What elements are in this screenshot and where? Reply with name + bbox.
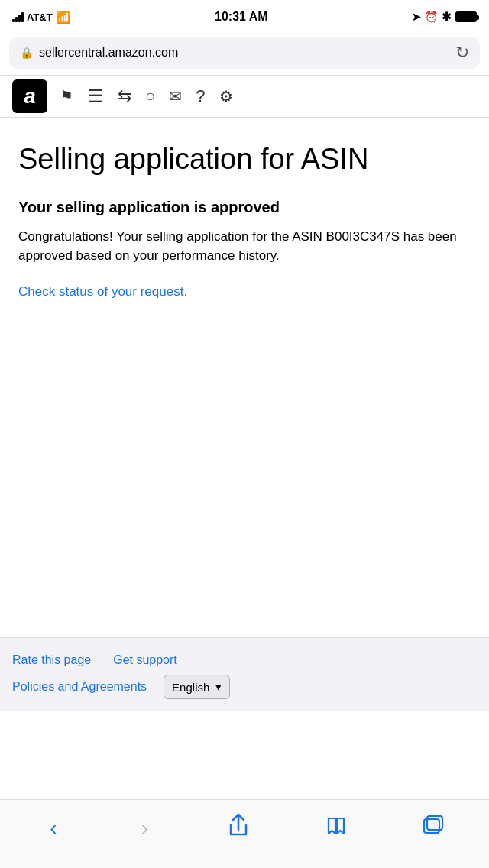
signal-bar-1	[12, 19, 15, 22]
bookmarks-button[interactable]	[319, 808, 354, 848]
footer-links-row2: Policies and Agreements English ▾	[12, 675, 477, 699]
url-bar[interactable]: 🔒 sellercentral.amazon.com ↻	[9, 37, 480, 69]
signal-bar-3	[18, 15, 21, 22]
arrows-icon[interactable]: ⇆	[118, 86, 131, 106]
amazon-letter: a	[24, 84, 36, 108]
footer-divider-1	[102, 653, 102, 667]
chevron-down-icon: ▾	[215, 680, 222, 694]
footer: Rate this page Get support Policies and …	[0, 637, 489, 711]
carrier-label: AT&T	[27, 11, 53, 23]
rate-this-page-link[interactable]: Rate this page	[12, 653, 91, 667]
language-label: English	[172, 681, 209, 694]
policies-agreements-link[interactable]: Policies and Agreements	[12, 680, 147, 694]
back-button[interactable]: ‹	[39, 810, 67, 847]
clock: 10:31 AM	[215, 10, 268, 24]
nav-toolbar: a ⚑ ☰ ⇆ ○ ✉ ? ⚙	[0, 75, 489, 118]
signal-bar-4	[21, 12, 24, 22]
page-title: Selling application for ASIN	[18, 142, 471, 177]
status-bar: AT&T 📶 10:31 AM ➤ ⏰ ✱	[0, 0, 489, 34]
check-status-link[interactable]: Check status of your request.	[18, 284, 187, 299]
get-support-link[interactable]: Get support	[113, 653, 177, 667]
signal-bar-2	[15, 17, 18, 22]
language-selector[interactable]: English ▾	[164, 675, 230, 699]
lock-icon: 🔒	[20, 47, 33, 59]
mail-icon[interactable]: ✉	[169, 87, 182, 105]
wifi-icon: 📶	[56, 10, 71, 24]
forward-button: ›	[131, 810, 159, 847]
tabs-button[interactable]	[416, 808, 450, 847]
carrier-info: AT&T 📶	[12, 10, 71, 24]
status-icons: ➤ ⏰ ✱	[412, 10, 477, 24]
location-icon: ➤	[412, 11, 421, 23]
nav-icons: ⚑ ☰ ⇆ ○ ✉ ? ⚙	[60, 86, 233, 107]
battery-icon	[455, 11, 477, 22]
flag-icon[interactable]: ⚑	[60, 87, 73, 105]
amazon-logo[interactable]: a	[12, 79, 47, 113]
approval-heading: Your selling application is approved	[18, 199, 471, 216]
search-icon[interactable]: ○	[145, 86, 155, 106]
url-text: sellercentral.amazon.com	[39, 46, 449, 60]
bluetooth-icon: ✱	[442, 10, 452, 24]
footer-links-row1: Rate this page Get support	[12, 653, 477, 667]
reload-icon[interactable]: ↻	[455, 43, 469, 63]
browser-bottom-bar: ‹ ›	[0, 799, 489, 868]
alarm-icon: ⏰	[425, 11, 438, 23]
help-icon[interactable]: ?	[196, 86, 205, 106]
main-content: Selling application for ASIN Your sellin…	[0, 118, 489, 637]
signal-bars	[12, 12, 24, 22]
settings-icon[interactable]: ⚙	[219, 87, 233, 105]
share-button[interactable]	[222, 807, 255, 849]
menu-icon[interactable]: ☰	[87, 86, 104, 107]
approval-body: Congratulations! Your selling applicatio…	[18, 227, 471, 266]
